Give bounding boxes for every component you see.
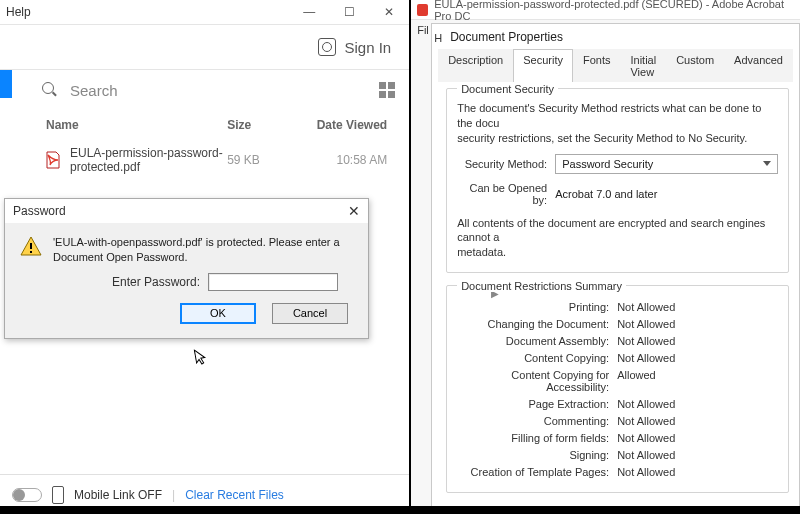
restriction-key: Signing: — [457, 449, 617, 461]
restriction-key: Printing: — [457, 301, 617, 313]
restriction-row: Content Copying for Accessibility:Allowe… — [457, 366, 778, 395]
tab-custom[interactable]: Custom — [666, 49, 724, 82]
menu-help[interactable]: Help — [6, 5, 31, 19]
col-name[interactable]: Name — [46, 118, 227, 132]
group-title: Document Security — [457, 83, 558, 95]
restriction-row: Filling of form fields:Not Allowed — [457, 429, 778, 446]
menu-file[interactable]: Fil — [411, 20, 431, 36]
bottom-black-bar — [0, 506, 800, 514]
restriction-value: Allowed — [617, 369, 656, 393]
restriction-value: Not Allowed — [617, 318, 675, 330]
dialog-title: Password — [13, 204, 66, 218]
restriction-key: Commenting: — [457, 415, 617, 427]
menu-bar: Help ― ☐ ✕ — [0, 0, 409, 24]
file-name: EULA-permission-password-protected.pdf — [70, 146, 227, 174]
window-title: EULA-permission-password-protected.pdf (… — [434, 0, 794, 22]
svg-rect-0 — [30, 243, 32, 249]
tab-advanced[interactable]: Advanced — [724, 49, 793, 82]
clear-recent-link[interactable]: Clear Recent Files — [185, 488, 284, 502]
file-size: 59 KB — [227, 153, 297, 167]
col-size[interactable]: Size — [227, 118, 297, 132]
restriction-value: Not Allowed — [617, 432, 675, 444]
restriction-row: Printing:Not Allowed — [457, 298, 778, 315]
restriction-value: Not Allowed — [617, 398, 675, 410]
restriction-key: Creation of Template Pages: — [457, 466, 617, 478]
recent-file-row[interactable]: EULA-permission-password-protected.pdf 5… — [30, 138, 409, 182]
document-properties-dialog: H Document Properties DescriptionSecurit… — [431, 23, 800, 514]
opened-by-value: Acrobat 7.0 and later — [555, 188, 657, 200]
tab-fonts[interactable]: Fonts — [573, 49, 621, 82]
restriction-value: Not Allowed — [617, 415, 675, 427]
search-icon — [42, 82, 58, 98]
encrypted-note: All contents of the document are encrypt… — [457, 216, 778, 261]
user-icon — [318, 38, 336, 56]
svg-rect-1 — [30, 251, 32, 253]
ok-button[interactable]: OK — [180, 303, 256, 324]
mobile-link-toggle[interactable] — [12, 488, 42, 502]
restriction-value: Not Allowed — [617, 352, 675, 364]
window-maximize-button[interactable]: ☐ — [329, 0, 369, 24]
sign-in-label: Sign In — [344, 39, 391, 56]
group-title: Document Restrictions Summary — [457, 280, 626, 292]
security-method-value: Password Security — [562, 158, 653, 170]
password-dialog: Password ✕ 'EULA-with-openpassword.pdf' … — [4, 198, 369, 339]
cancel-button[interactable]: Cancel — [272, 303, 348, 324]
restriction-row: Signing:Not Allowed — [457, 446, 778, 463]
restriction-key: Changing the Document: — [457, 318, 617, 330]
sign-in-button[interactable]: Sign In — [318, 38, 391, 56]
window-minimize-button[interactable]: ― — [289, 0, 329, 24]
properties-tabs: DescriptionSecurityFontsInitial ViewCust… — [438, 48, 793, 82]
tab-initial-view[interactable]: Initial View — [620, 49, 666, 82]
restriction-row: Changing the Document:Not Allowed — [457, 315, 778, 332]
top-toolbar: Sign In — [0, 24, 409, 70]
password-label: Enter Password: — [112, 275, 200, 289]
security-method-select[interactable]: Password Security — [555, 154, 778, 174]
dialog-title: Document Properties — [440, 24, 573, 48]
file-date: 10:58 AM — [297, 153, 387, 167]
restriction-key: Document Assembly: — [457, 335, 617, 347]
opened-by-label: Can be Opened by: — [457, 182, 547, 206]
chevron-down-icon — [763, 161, 771, 166]
grid-view-icon[interactable] — [379, 82, 395, 98]
tab-description[interactable]: Description — [438, 49, 513, 82]
col-date[interactable]: Date Viewed — [297, 118, 387, 132]
pdf-icon — [44, 151, 62, 169]
restriction-key: Content Copying for Accessibility: — [457, 369, 617, 393]
acrobat-home-window: Help ― ☐ ✕ Sign In — [0, 0, 411, 514]
window-close-button[interactable]: ✕ — [369, 0, 409, 24]
restriction-value: Not Allowed — [617, 466, 675, 478]
restriction-row: Creation of Template Pages:Not Allowed — [457, 463, 778, 480]
mobile-link-label: Mobile Link OFF — [74, 488, 162, 502]
restrictions-group: Document Restrictions Summary Printing:N… — [446, 285, 789, 493]
restriction-value: Not Allowed — [617, 449, 675, 461]
menu-h-fragment: H — [432, 28, 440, 44]
window-titlebar: EULA-permission-password-protected.pdf (… — [411, 0, 800, 20]
restriction-row: Page Extraction:Not Allowed — [457, 395, 778, 412]
restriction-value: Not Allowed — [617, 301, 675, 313]
password-input[interactable] — [208, 273, 338, 291]
dialog-message: 'EULA-with-openpassword.pdf' is protecte… — [53, 235, 354, 265]
restriction-key: Content Copying: — [457, 352, 617, 364]
search-input[interactable] — [68, 81, 379, 100]
sidebar-selected-indicator — [0, 70, 12, 98]
app-icon — [417, 4, 428, 16]
mobile-icon — [52, 486, 64, 504]
acrobat-properties-window: EULA-permission-password-protected.pdf (… — [411, 0, 800, 514]
security-method-label: Security Method: — [457, 158, 547, 170]
restriction-row: Commenting:Not Allowed — [457, 412, 778, 429]
restriction-row: Content Copying:Not Allowed — [457, 349, 778, 366]
restriction-value: Not Allowed — [617, 335, 675, 347]
file-list-header: Name Size Date Viewed — [30, 110, 409, 138]
restriction-key: Page Extraction: — [457, 398, 617, 410]
restriction-row: Document Assembly:Not Allowed — [457, 332, 778, 349]
tab-security[interactable]: Security — [513, 49, 573, 82]
security-description: The document's Security Method restricts… — [457, 101, 778, 146]
restriction-key: Filling of form fields: — [457, 432, 617, 444]
dialog-close-button[interactable]: ✕ — [348, 203, 360, 219]
warning-icon — [19, 235, 43, 259]
document-security-group: Document Security The document's Securit… — [446, 88, 789, 273]
